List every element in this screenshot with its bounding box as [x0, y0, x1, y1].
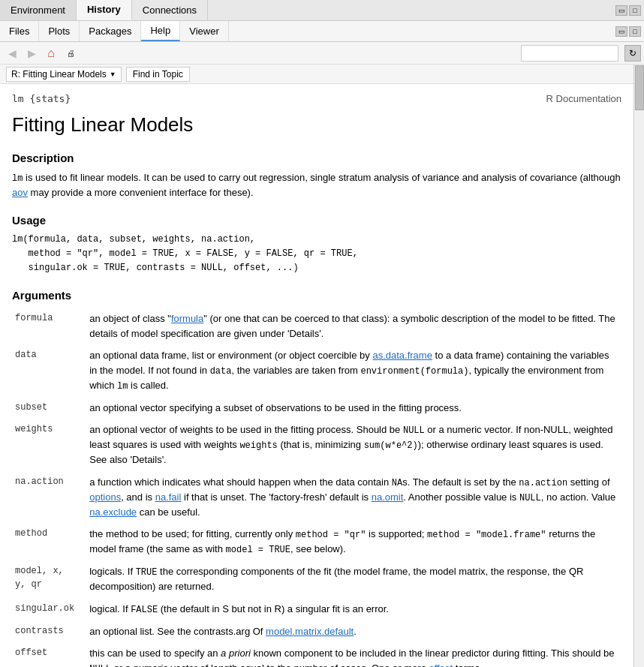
- refresh-button[interactable]: ↻: [624, 45, 641, 62]
- forward-button[interactable]: ▶: [23, 45, 41, 62]
- tab-packages[interactable]: Packages: [80, 21, 141, 41]
- arg-weights-name: weights: [15, 424, 53, 434]
- null-code-1: NULL: [403, 425, 425, 436]
- nas-code: NA: [392, 478, 402, 488]
- na-action-code: na.action: [519, 478, 567, 488]
- arg-method-name: method: [15, 528, 47, 539]
- options-link[interactable]: options: [89, 491, 121, 503]
- print-icon: 🖨: [67, 49, 75, 58]
- minimize-button[interactable]: ▭: [615, 5, 627, 16]
- null-code-2: NULL: [519, 493, 541, 503]
- arg-formula: formula an object of class "formula" (or…: [12, 308, 621, 344]
- aov-link[interactable]: aov: [12, 187, 28, 198]
- na-fail-link[interactable]: na.fail: [155, 491, 182, 503]
- offset-link[interactable]: offset: [429, 662, 453, 667]
- scrollbar-thumb[interactable]: [635, 65, 644, 110]
- top-tab-bar: Environment History Connections ▭ □: [0, 0, 644, 21]
- method-qr-code: method = "qr": [296, 530, 366, 540]
- arg-method: method the method to be used; for fittin…: [12, 523, 621, 560]
- arg-subset-desc: an optional vector specifying a subset o…: [86, 397, 621, 419]
- a-priori-italic: a priori: [221, 647, 251, 659]
- arg-singular-ok: singular.ok logical. If FALSE (the defau…: [12, 598, 621, 620]
- minimize-button-2[interactable]: ▭: [615, 26, 627, 37]
- arg-singular-desc: logical. If FALSE (the default in S but …: [86, 598, 621, 620]
- weights-code: weights: [239, 440, 277, 451]
- env-formula-code: environment(formula): [360, 366, 468, 377]
- arg-offset-desc: this can be used to specify an a priori …: [86, 642, 621, 667]
- forward-icon: ▶: [28, 47, 36, 59]
- search-area: [521, 45, 618, 62]
- method-frame-code: method = "model.frame": [427, 530, 546, 540]
- arg-contrasts: contrasts an optional list. See the cont…: [12, 620, 621, 643]
- arg-model-desc: logicals. If TRUE the corresponding comp…: [86, 560, 621, 598]
- refresh-icon: ↻: [629, 48, 636, 59]
- nav-toolbar: ◀ ▶ ⌂ 🖨 ↻: [0, 42, 644, 65]
- tab-history[interactable]: History: [77, 0, 132, 20]
- usage-code: lm(formula, data, subset, weights, na.ac…: [12, 233, 621, 276]
- doc-title: Fitting Linear Models: [12, 113, 621, 137]
- arg-na-action-name: na.action: [15, 476, 64, 487]
- arg-model-x-y-qr: model, x,y, qr logicals. If TRUE the cor…: [12, 560, 621, 598]
- arguments-table: formula an object of class "formula" (or…: [12, 308, 621, 667]
- sum-code: sum(w*e^2): [364, 440, 418, 451]
- arg-na-action: na.action a function which indicates wha…: [12, 471, 621, 524]
- model-matrix-default-link[interactable]: model.matrix.default: [266, 626, 354, 637]
- description-text: lm is used to fit linear models. It can …: [12, 170, 621, 200]
- arg-na-action-desc: a function which indicates what should h…: [86, 471, 621, 524]
- back-icon: ◀: [8, 47, 17, 59]
- tab-help[interactable]: Help: [141, 21, 180, 41]
- home-icon: ⌂: [47, 47, 55, 60]
- arg-offset: offset this can be used to specify an a …: [12, 642, 621, 667]
- tab-plots[interactable]: Plots: [39, 21, 80, 41]
- tab-viewer[interactable]: Viewer: [180, 21, 229, 41]
- arg-method-desc: the method to be used; for fitting, curr…: [86, 523, 621, 560]
- description-heading: Description: [12, 152, 621, 164]
- window-controls-second: ▭ □: [615, 21, 644, 41]
- model-true-code: model = TRUE: [226, 545, 290, 555]
- arg-weights: weights an optional vector of weights to…: [12, 419, 621, 471]
- arg-subset-name: subset: [15, 402, 47, 413]
- window-controls-top: ▭ □: [615, 0, 644, 20]
- usage-heading: Usage: [12, 214, 621, 227]
- null-code-3: NULL: [89, 664, 111, 667]
- arg-contrasts-desc: an optional list. See the contrasts.arg …: [86, 620, 621, 643]
- tab-connections[interactable]: Connections: [132, 0, 208, 20]
- r-documentation-label: R Documentation: [546, 93, 621, 104]
- doc-header: lm {stats} R Documentation: [12, 93, 621, 104]
- arg-data-desc: an optional data frame, list or environm…: [86, 344, 621, 397]
- true-code: TRUE: [136, 567, 158, 578]
- false-code: FALSE: [131, 605, 158, 615]
- print-button[interactable]: 🖨: [62, 45, 80, 62]
- data-code: data: [210, 366, 232, 377]
- content-area[interactable]: lm {stats} R Documentation Fitting Linea…: [0, 84, 644, 667]
- home-button[interactable]: ⌂: [42, 45, 60, 62]
- topic-bar: R: Fitting Linear Models ▼ Find in Topic: [0, 65, 644, 84]
- as-data-frame-link[interactable]: as.data.frame: [372, 350, 432, 361]
- lm-code: lm: [12, 173, 23, 184]
- na-exclude-link[interactable]: na.exclude: [89, 506, 137, 518]
- tab-environment[interactable]: Environment: [0, 0, 77, 20]
- lm-stats-label: lm {stats}: [12, 93, 71, 104]
- back-button[interactable]: ◀: [3, 45, 21, 62]
- arg-data-name: data: [15, 350, 37, 360]
- search-input[interactable]: [521, 45, 618, 62]
- topic-dropdown[interactable]: R: Fitting Linear Models ▼: [6, 67, 122, 82]
- second-tab-bar: Files Plots Packages Help Viewer ▭ □: [0, 21, 644, 42]
- arguments-heading: Arguments: [12, 289, 621, 302]
- na-omit-link[interactable]: na.omit: [372, 491, 404, 503]
- arg-contrasts-name: contrasts: [15, 626, 64, 636]
- scrollbar-track[interactable]: [633, 65, 644, 667]
- tab-files[interactable]: Files: [0, 21, 39, 41]
- chevron-down-icon: ▼: [110, 71, 116, 78]
- maximize-button[interactable]: □: [629, 5, 641, 16]
- lm-code-2: lm: [117, 381, 128, 392]
- arg-formula-desc: an object of class "formula" (or one tha…: [86, 308, 621, 344]
- arg-formula-name: formula: [15, 313, 53, 323]
- maximize-button-2[interactable]: □: [629, 26, 641, 37]
- formula-link[interactable]: formula: [171, 313, 203, 324]
- arg-singular-name: singular.ok: [15, 603, 74, 614]
- find-in-topic-button[interactable]: Find in Topic: [126, 67, 190, 82]
- arg-model-name: model, x,y, qr: [15, 566, 64, 590]
- arg-offset-name: offset: [15, 647, 47, 658]
- arg-subset: subset an optional vector specifying a s…: [12, 397, 621, 419]
